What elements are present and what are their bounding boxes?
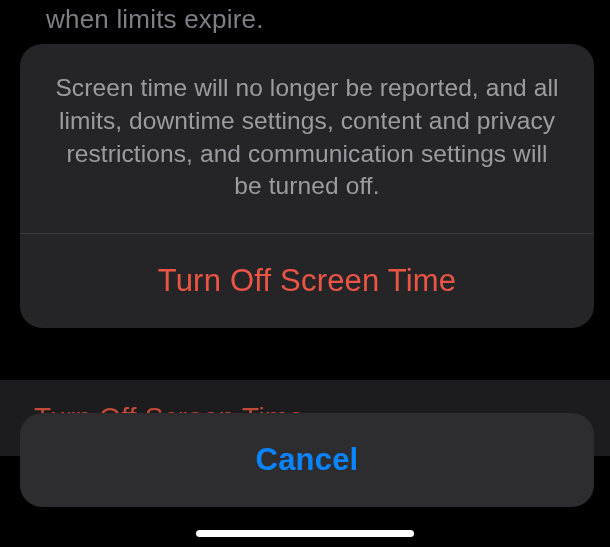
cancel-button[interactable]: Cancel [20, 413, 594, 507]
turn-off-screen-time-button[interactable]: Turn Off Screen Time [20, 234, 594, 328]
setting-description-text: when limits expire. [46, 4, 264, 35]
action-sheet-message: Screen time will no longer be reported, … [20, 44, 594, 233]
action-sheet: Screen time will no longer be reported, … [20, 44, 594, 328]
home-indicator[interactable] [196, 530, 414, 537]
